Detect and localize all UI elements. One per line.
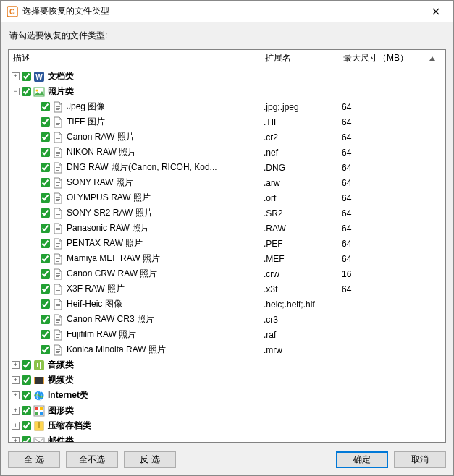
svg-rect-39 xyxy=(56,273,60,274)
file-type-row[interactable]: TIFF 图片.TIF64 xyxy=(9,114,445,129)
category-checkbox[interactable] xyxy=(22,391,31,400)
file-type-checkbox[interactable] xyxy=(41,269,50,279)
file-type-label: X3F RAW 照片 xyxy=(67,283,125,295)
svg-rect-33 xyxy=(56,243,60,244)
category-label: 音频类 xyxy=(48,359,74,371)
file-type-row[interactable]: Canon RAW CR3 照片.cr3 xyxy=(9,312,445,327)
svg-rect-37 xyxy=(56,260,60,260)
invert-button[interactable]: 反 选 xyxy=(124,451,176,468)
file-type-checkbox[interactable] xyxy=(41,284,50,294)
category-row-archive[interactable]: +压缩存档类 xyxy=(9,418,445,433)
category-row-photos[interactable]: −照片类 xyxy=(9,84,445,99)
category-row-mail[interactable]: +邮件类 xyxy=(9,433,445,442)
svg-rect-27 xyxy=(56,213,60,213)
category-checkbox[interactable] xyxy=(22,406,31,415)
svg-point-5 xyxy=(36,89,38,91)
category-checkbox[interactable] xyxy=(22,436,31,442)
file-type-row[interactable]: Jpeg 图像.jpg;.jpeg64 xyxy=(9,99,445,114)
svg-rect-43 xyxy=(56,290,60,291)
category-checkbox[interactable] xyxy=(22,421,31,430)
file-type-row[interactable]: Konica Minolta RAW 照片.mrw xyxy=(9,342,445,357)
expander-icon[interactable]: − xyxy=(12,88,20,95)
file-type-checkbox[interactable] xyxy=(41,208,50,218)
file-type-row[interactable]: SONY RAW 照片.arw64 xyxy=(9,175,445,190)
file-type-label: NIKON RAW 照片 xyxy=(67,146,136,158)
svg-rect-42 xyxy=(56,289,60,289)
file-type-row[interactable]: DNG RAW 照片(Canon, RICOH, Kod....DNG64 xyxy=(9,160,445,175)
category-checkbox[interactable] xyxy=(22,375,31,385)
ok-button[interactable]: 确定 xyxy=(336,451,388,468)
category-checkbox[interactable] xyxy=(22,360,31,370)
category-row-docs[interactable]: +W文档类 xyxy=(9,69,445,84)
file-icon xyxy=(52,132,64,143)
svg-rect-59 xyxy=(34,377,35,384)
select-none-button[interactable]: 全不选 xyxy=(66,451,118,468)
file-type-ext: .cr2 xyxy=(264,132,342,143)
file-type-ext: .heic;.heif;.hif xyxy=(264,299,342,310)
col-size[interactable]: 最大尺寸（MB） xyxy=(339,50,419,67)
file-type-row[interactable]: Panasonic RAW 照片.RAW64 xyxy=(9,221,445,236)
file-type-checkbox[interactable] xyxy=(41,299,50,309)
file-type-row[interactable]: PENTAX RAW 照片.PEF64 xyxy=(9,236,445,251)
file-type-checkbox[interactable] xyxy=(41,148,50,157)
file-type-row[interactable]: SONY SR2 RAW 照片.SR264 xyxy=(9,205,445,221)
file-type-row[interactable]: Fujifilm RAW 照片.raf xyxy=(9,327,445,342)
file-type-checkbox[interactable] xyxy=(41,224,50,233)
file-type-label: PENTAX RAW 照片 xyxy=(67,237,143,250)
file-type-checkbox[interactable] xyxy=(41,239,50,248)
col-ext[interactable]: 扩展名 xyxy=(261,50,339,67)
category-row-video[interactable]: +视频类 xyxy=(9,373,445,388)
file-type-checkbox[interactable] xyxy=(41,132,50,142)
file-type-checkbox[interactable] xyxy=(41,178,50,187)
file-type-row[interactable]: Canon RAW 照片.cr264 xyxy=(9,129,445,145)
file-type-checkbox[interactable] xyxy=(41,345,50,354)
file-type-row[interactable]: NIKON RAW 照片.nef64 xyxy=(9,145,445,160)
col-desc[interactable]: 描述 xyxy=(9,50,261,67)
expander-icon[interactable]: + xyxy=(12,376,20,384)
category-row-graphics[interactable]: +图形类 xyxy=(9,403,445,418)
file-type-row[interactable]: Canon CRW RAW 照片.crw16 xyxy=(9,266,445,281)
expander-icon[interactable]: + xyxy=(12,422,20,430)
file-type-label: Canon CRW RAW 照片 xyxy=(67,268,157,280)
expander-icon[interactable]: + xyxy=(12,407,20,415)
expander-icon[interactable]: + xyxy=(12,72,20,80)
svg-rect-4 xyxy=(34,88,44,96)
category-checkbox[interactable] xyxy=(22,72,31,81)
file-type-checkbox[interactable] xyxy=(41,315,50,324)
file-type-checkbox[interactable] xyxy=(41,117,50,127)
category-row-audio[interactable]: +音频类 xyxy=(9,357,445,373)
file-type-checkbox[interactable] xyxy=(41,330,50,339)
close-button[interactable] xyxy=(421,1,450,22)
cancel-button[interactable]: 取消 xyxy=(394,451,446,468)
svg-rect-36 xyxy=(56,258,60,259)
category-row-internet[interactable]: +Internet类 xyxy=(9,388,445,403)
expander-icon[interactable]: + xyxy=(12,391,20,399)
category-checkbox[interactable] xyxy=(22,87,31,96)
expander-icon[interactable]: + xyxy=(12,361,20,369)
svg-rect-28 xyxy=(56,214,60,215)
file-type-checkbox[interactable] xyxy=(41,193,50,203)
file-type-size: 64 xyxy=(342,102,421,112)
file-type-ext: .MEF xyxy=(264,254,342,264)
file-type-checkbox[interactable] xyxy=(41,254,50,263)
svg-rect-67 xyxy=(40,412,43,415)
file-type-row[interactable]: Mamiya MEF RAW 照片.MEF64 xyxy=(9,251,445,266)
svg-text:W: W xyxy=(35,73,43,81)
file-type-row[interactable]: Heif-Heic 图像.heic;.heif;.hif xyxy=(9,297,445,312)
file-type-checkbox[interactable] xyxy=(41,102,50,111)
expander-icon[interactable]: + xyxy=(12,437,20,442)
select-all-button[interactable]: 全 选 xyxy=(8,451,60,468)
svg-rect-58 xyxy=(34,377,44,384)
svg-rect-44 xyxy=(56,292,59,292)
file-type-size: 64 xyxy=(342,117,421,127)
file-type-checkbox[interactable] xyxy=(41,163,50,172)
mail-icon xyxy=(33,435,45,443)
tree-body[interactable]: +W文档类−照片类Jpeg 图像.jpg;.jpeg64TIFF 图片.TIF6… xyxy=(9,67,445,442)
file-type-row[interactable]: X3F RAW 照片.x3f64 xyxy=(9,281,445,297)
titlebar: G 选择要恢复的文件类型 xyxy=(1,1,453,22)
file-type-ext: .RAW xyxy=(264,224,342,234)
instruction-label: 请勾选要恢复的文件类型: xyxy=(1,22,453,46)
svg-rect-9 xyxy=(56,122,60,122)
file-type-row[interactable]: OLYMPUS RAW 照片.orf64 xyxy=(9,190,445,205)
window-title: 选择要恢复的文件类型 xyxy=(22,5,421,17)
